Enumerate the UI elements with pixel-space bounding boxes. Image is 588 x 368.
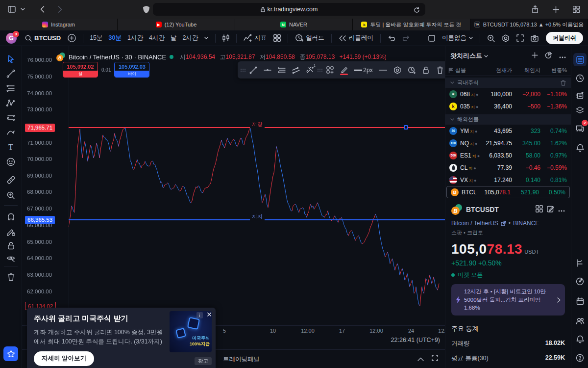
ad-close-icon[interactable]: ✕ <box>206 311 212 318</box>
alerts-clock-icon[interactable] <box>573 72 587 85</box>
ad-info-icon[interactable]: i <box>196 312 203 318</box>
text-tool[interactable]: T <box>4 140 18 154</box>
templates-button[interactable] <box>270 32 284 45</box>
horizontal-line-icon[interactable] <box>261 63 274 77</box>
watchlist-row[interactable]: 500 ES1지● 6,033.50 58.00 0.97% <box>445 149 571 161</box>
drawing-lock-tool[interactable] <box>4 225 18 239</box>
parallel-lines-icon[interactable] <box>275 63 288 77</box>
zoom-in-tool[interactable] <box>4 188 18 202</box>
interval-1h[interactable]: 1시간 <box>124 32 146 45</box>
line-style-button[interactable] <box>376 63 390 77</box>
tab-naver[interactable]: N NAVER <box>235 19 353 30</box>
snapshot-button[interactable] <box>527 32 542 45</box>
layout-grid-icon[interactable] <box>536 205 543 214</box>
interval-4h[interactable]: 4시간 <box>146 32 168 45</box>
magnet-tool[interactable] <box>4 210 18 224</box>
delete-icon[interactable] <box>433 63 445 77</box>
watchlist-row[interactable]: 30 YM지● 43,695 323 0.74% <box>445 125 571 137</box>
alert-log-bell-icon[interactable] <box>573 333 587 346</box>
price-series-canvas[interactable] <box>22 46 445 325</box>
edit-note-icon[interactable] <box>547 205 554 214</box>
streams-people-icon[interactable] <box>573 314 587 327</box>
hide-drawings-tool[interactable] <box>4 252 18 265</box>
news-banner[interactable]: 12시간 후 • [시황] 비트코인 10만5000달러 돌파...김치 프리미… <box>451 284 565 315</box>
url-bar[interactable]: kr.tradingview.com <box>153 3 425 16</box>
detail-symbol[interactable]: BTCUSDT <box>466 206 532 213</box>
reload-icon[interactable] <box>412 5 421 15</box>
share-icon[interactable] <box>530 4 540 14</box>
tab-tradingview-active[interactable]: TV BTCUSDT 105,078.13 ▲ +0.5% 이름없음 <box>470 19 588 30</box>
chevron-down-icon[interactable] <box>18 4 27 14</box>
new-tab-icon[interactable] <box>551 4 561 14</box>
cursor-tool[interactable] <box>4 52 18 66</box>
tab-instagram[interactable]: Instagram <box>0 19 118 30</box>
pair-link[interactable]: Bitcoin / TetherUS • BINANCE <box>451 220 565 227</box>
tab-overview-icon[interactable] <box>571 4 581 14</box>
chart-style-button[interactable] <box>219 32 233 45</box>
line-width-button[interactable]: 2px <box>352 63 375 77</box>
tab-youtube[interactable]: ▶ (12) YouTube <box>118 19 235 30</box>
help-icon[interactable] <box>573 351 587 365</box>
trading-panel-tab[interactable]: 트레이딩패널 <box>223 355 260 364</box>
legend-title[interactable]: Bitcoin / TetherUS · 30 · BINANCE <box>69 53 166 61</box>
notifications-bell-icon[interactable] <box>573 141 587 155</box>
watchlist-row[interactable]: 100 NQ지● 21,594.75 345.00 1.62% <box>445 137 571 149</box>
fib-tool[interactable] <box>4 81 18 95</box>
trend-line-tool[interactable] <box>4 67 18 80</box>
privacy-shield-icon[interactable] <box>141 4 151 14</box>
brush-tool[interactable] <box>4 126 18 139</box>
add-symbol-button[interactable] <box>64 32 79 45</box>
watchlist-title[interactable]: 왓치리스트 <box>450 52 482 60</box>
sidebar-toggle-icon[interactable] <box>7 4 17 14</box>
watchlist-row[interactable]: VX지● 17.240 0.140 0.81% <box>445 174 571 186</box>
interval-1d[interactable]: 날 <box>168 32 180 45</box>
remove-drawings-tool[interactable] <box>4 270 18 284</box>
publish-button[interactable]: 퍼블리쉬 <box>546 32 583 44</box>
ad-cta-button[interactable]: 자세히 알아보기 <box>34 351 94 366</box>
indicators-button[interactable]: 지표 <box>240 32 270 45</box>
settings-hex-icon[interactable] <box>391 63 404 77</box>
favorites-star-button[interactable] <box>3 346 18 361</box>
save-checkbox[interactable] <box>425 32 439 45</box>
watchlist-row-selected[interactable]: B BTCUS 105,078.1 521.90 0.50% <box>446 186 570 198</box>
redo-button[interactable] <box>399 32 414 45</box>
watchlist-section-domestic[interactable]: 국내주식 <box>445 78 571 88</box>
user-avatar[interactable]: G 3 <box>6 33 17 44</box>
forecast-tool[interactable] <box>4 111 18 125</box>
market-depth-icon[interactable] <box>573 256 587 269</box>
fullscreen-button[interactable] <box>513 32 527 45</box>
interval-dropdown[interactable] <box>201 32 212 45</box>
trend-line-icon[interactable] <box>246 63 260 77</box>
settings-button[interactable] <box>498 32 513 45</box>
replay-button[interactable]: 리플레이 <box>335 32 377 45</box>
publish-ideas-icon[interactable] <box>573 275 587 288</box>
line-anchor-handle[interactable] <box>404 125 408 130</box>
chart-clock[interactable]: 22:26:41 (UTC+9) <box>391 337 440 343</box>
object-tree-layers-icon[interactable] <box>573 104 587 117</box>
support-line[interactable]: 지지 <box>69 219 445 220</box>
drag-handle[interactable] <box>241 69 245 72</box>
interval-30m[interactable]: 30분 <box>106 32 124 45</box>
interval-2h[interactable]: 2시간 <box>179 32 201 45</box>
unlock-icon[interactable] <box>419 63 432 77</box>
template-grid-icon[interactable] <box>323 63 337 77</box>
add-symbol-icon[interactable] <box>532 52 538 60</box>
more-options-icon[interactable] <box>558 205 565 214</box>
more-options-icon[interactable] <box>559 52 566 60</box>
forward-button[interactable] <box>55 4 65 14</box>
panel-fullscreen-icon[interactable] <box>432 354 438 363</box>
heatmap-icon[interactable] <box>545 52 552 61</box>
interval-15m[interactable]: 15분 <box>87 32 105 45</box>
drag-handle[interactable] <box>318 69 322 72</box>
lock-all-tool[interactable] <box>4 238 18 252</box>
back-button[interactable] <box>37 4 47 14</box>
sell-button[interactable]: 105,092.02 셀 <box>63 62 98 78</box>
resistance-line[interactable]: 저항 <box>69 127 445 128</box>
buy-button[interactable]: 105,092.03 바이 <box>114 62 149 78</box>
watchlist-row[interactable]: ∗ 068지● 180,000 −2,000 −1.10% <box>445 88 571 100</box>
pattern-tool[interactable] <box>4 96 18 110</box>
quick-search-button[interactable] <box>484 32 498 45</box>
panel-expand-icon[interactable] <box>417 354 424 363</box>
alert-button[interactable]: 얼러트 <box>292 32 328 45</box>
color-pencil-icon[interactable] <box>338 63 351 77</box>
